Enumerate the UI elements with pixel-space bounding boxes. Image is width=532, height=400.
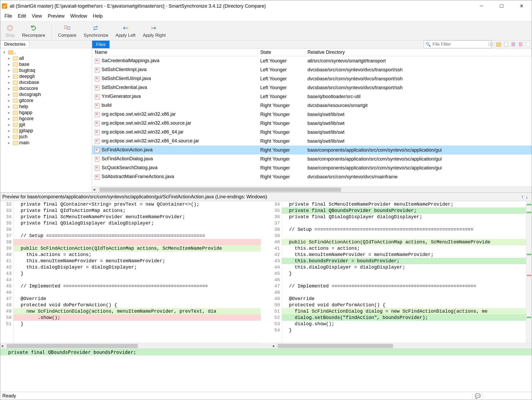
mode-icon-1[interactable] [495,41,502,48]
table-row[interactable]: SaCredentialMappings.javaLeft Youngerall… [92,56,532,65]
expander-icon[interactable]: ▸ [8,129,12,133]
close-button[interactable]: ✕ [515,3,528,9]
tree-item[interactable]: ▸dvcscore [0,86,92,92]
table-row[interactable]: SdAbstractMainFrameActions.javaRight You… [92,172,532,181]
col-reldir[interactable]: Relative Directory [305,49,532,56]
diff-overview[interactable] [526,201,532,343]
status-chat-icon[interactable]: 💬 [475,393,481,399]
table-row[interactable]: ScFindActionAction.javaRight Youngerbase… [92,146,532,154]
expander-icon[interactable]: ▸ [8,99,12,103]
expander-icon[interactable]: ▾ [3,50,7,54]
minimize-button[interactable]: ─ [476,3,488,9]
file-icon [95,112,100,117]
diff-right-pane[interactable]: 3435363738394041424344454647484950515253… [271,201,532,343]
table-row[interactable]: buildRight Youngerdvcsbase/resources/sma… [92,101,532,110]
files-hscrollbar[interactable]: ◂ [92,186,532,192]
menu-preview[interactable]: Preview [45,13,67,19]
file-icon [95,139,100,144]
apply-right-button[interactable]: Apply Right [140,23,169,39]
apply-right-icon [150,24,158,32]
table-row[interactable]: ScFindActionDialog.javaRight Youngerbase… [92,154,532,163]
table-row[interactable]: SdSshClientUiImpl.javaLeft Youngerdvcsba… [92,74,532,83]
diff-left-pane[interactable]: 3233343536373839404142434445464748495051… [0,201,261,343]
clear-filter-icon[interactable]: ⓧ [488,41,493,47]
folder-icon [13,81,18,85]
table-row[interactable]: org.eclipse.swt.win32.win32.x86_64.jarRi… [92,128,532,137]
folder-icon [13,129,18,133]
expander-icon[interactable]: ▸ [8,111,12,115]
tree-item[interactable]: ▸hgcore [0,116,92,122]
expander-icon[interactable]: ▸ [8,74,12,78]
expander-icon[interactable]: ▸ [8,87,12,90]
tree-item[interactable]: ▸dvcsgraph [0,92,92,98]
menu-edit[interactable]: Edit [15,13,29,19]
expander-icon[interactable]: ▸ [8,62,12,66]
statusbar: Ready 💬 [0,392,532,400]
table-row[interactable]: YmlGenerator.javaLeft Youngerbase/q/boot… [92,92,532,101]
expander-icon[interactable]: ▸ [8,93,12,97]
file-filter[interactable]: 🔍 ⓧ [424,40,492,48]
menu-view[interactable]: View [29,13,45,19]
mode-icon-2[interactable] [502,41,510,48]
tree-item[interactable]: ▸dvcsbase [0,79,92,86]
menu-file[interactable]: File [2,13,15,19]
svg-rect-11 [521,42,523,46]
mode-icon-4[interactable] [517,41,524,48]
tree-item[interactable]: ▸jgitapp [0,128,92,134]
expander-icon[interactable]: ▸ [8,68,12,72]
folder-icon [13,62,18,67]
tree-item[interactable]: ▸main [0,140,92,146]
expander-icon[interactable]: ▸ [8,105,12,109]
apply-left-button[interactable]: Apply Left [112,23,139,39]
expander-icon[interactable]: ▸ [8,135,12,139]
tree-item[interactable]: ▸help [0,104,92,110]
col-state[interactable]: State [258,49,305,56]
recompare-button[interactable]: Recompare [19,23,48,39]
menu-window[interactable]: Window [68,13,90,19]
mode-icon-3[interactable] [510,41,517,48]
expander-icon[interactable]: ▸ [8,117,12,121]
synchronize-button[interactable]: Synchronize [81,23,112,39]
expander-icon[interactable]: ▸ [8,123,12,127]
tree-root[interactable]: ▾ . [0,49,92,55]
directory-tree[interactable]: ▾ . ▸all▸base▸bugtraq▸deepgit▸dvcsbase▸d… [0,48,92,192]
search-icon: 🔍 [425,42,431,47]
next-diff-button[interactable]: ↓ [525,194,528,200]
svg-rect-6 [497,43,501,46]
folder-icon [13,93,18,97]
compare-button[interactable]: Compare [55,23,80,39]
folder-icon [13,123,18,127]
expander-icon[interactable]: ▸ [8,141,12,145]
tree-item[interactable]: ▸hgapp [0,110,92,116]
table-row[interactable]: org.eclipse.swt.win32.win32.x86.jarRight… [92,110,532,119]
table-row[interactable]: SdSshClientImpl.javaLeft Youngerdvcsbase… [92,65,532,74]
files-body[interactable]: SaCredentialMappings.javaLeft Youngerall… [92,56,532,186]
files-header: Name State Relative Directory [92,49,532,56]
table-row[interactable]: SdSshCredential.javaLeft Youngerdvcsbase… [92,83,532,92]
tab-files[interactable]: Files [92,41,109,48]
table-row[interactable]: org.eclipse.swt.win32.win32.x86.source.j… [92,119,532,128]
diff-hscrollbars[interactable]: ◂ ◂ [0,343,532,349]
maximize-button[interactable]: ☐ [496,3,508,9]
tree-item[interactable]: ▸base [0,61,92,67]
mode-icon-5[interactable] [524,41,532,48]
tree-item[interactable]: ▸all [0,55,92,61]
folder-icon [13,68,18,73]
file-icon [95,58,100,64]
tab-directories[interactable]: Directories [0,40,29,48]
tree-item[interactable]: ▸deepgit [0,73,92,79]
expander-icon[interactable]: ▸ [8,81,12,84]
col-name[interactable]: Name [92,49,258,56]
table-row[interactable]: ScQuickSearchDialog.javaRight Youngerbas… [92,163,532,172]
folder-open-icon [8,50,13,55]
tree-item[interactable]: ▸jgit [0,122,92,128]
tree-item[interactable]: ▸jsch [0,134,92,140]
file-filter-input[interactable] [432,42,488,47]
tree-item[interactable]: ▸bugtraq [0,67,92,73]
tree-item[interactable]: ▸gitcore [0,98,92,104]
prev-diff-button[interactable]: ↑ [521,194,524,200]
table-row[interactable]: org.eclipse.swt.win32.win32.x86_64.sourc… [92,137,532,146]
menu-help[interactable]: Help [90,13,105,19]
file-icon [95,166,100,171]
expander-icon[interactable]: ▸ [8,56,12,60]
